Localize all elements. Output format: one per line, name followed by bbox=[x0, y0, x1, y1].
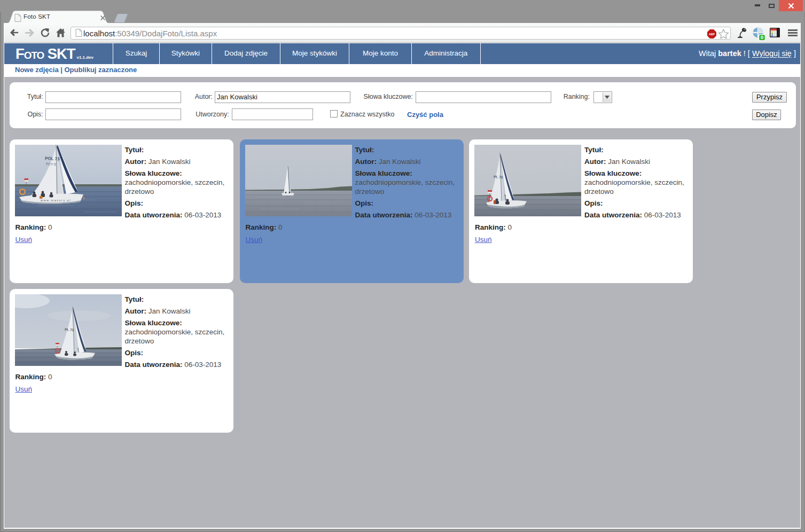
svg-text:ABP: ABP bbox=[709, 33, 715, 36]
svg-text:PL 73: PL 73 bbox=[494, 175, 503, 179]
svg-text:w w w . m a z u r y . p l: w w w . m a z u r y . p l bbox=[40, 199, 71, 202]
svg-text:PL 73: PL 73 bbox=[64, 327, 74, 332]
svg-text:PCY 0: PCY 0 bbox=[45, 162, 56, 166]
svg-text:0: 0 bbox=[761, 35, 763, 40]
svg-text:POL 73: POL 73 bbox=[44, 156, 59, 161]
